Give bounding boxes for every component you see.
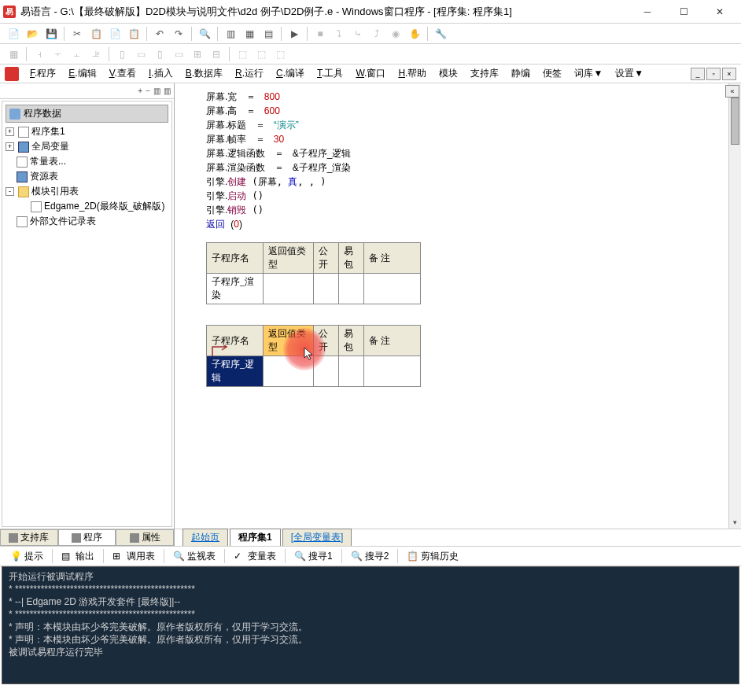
- mdi-close-button[interactable]: ×: [722, 68, 736, 80]
- menu-item-1[interactable]: E.编辑: [62, 65, 102, 82]
- menu-item-9[interactable]: H.帮助: [392, 65, 433, 82]
- editor-scrollbar[interactable]: ▴ ▾: [728, 83, 741, 529]
- stop-icon[interactable]: ■: [312, 25, 329, 42]
- left-tab-program[interactable]: 程序: [58, 529, 116, 546]
- paste-icon[interactable]: 📄: [106, 25, 124, 42]
- align3-icon[interactable]: ⫠: [68, 46, 86, 63]
- dist4-icon[interactable]: ▭: [170, 46, 187, 63]
- editor-overflow-button[interactable]: «: [725, 85, 739, 98]
- btn-cliphist[interactable]: 📋剪辑历史: [401, 547, 464, 566]
- menu-item-8[interactable]: W.窗口: [349, 65, 392, 82]
- dist5-icon[interactable]: ⊞: [189, 46, 206, 63]
- maximize-button[interactable]: ☐: [665, 1, 702, 23]
- run-icon[interactable]: ▶: [286, 25, 303, 42]
- size3-icon[interactable]: ⬚: [271, 46, 289, 63]
- menu-item-6[interactable]: C.编译: [270, 65, 311, 82]
- mdi-restore-button[interactable]: ▫: [706, 68, 721, 80]
- scroll-down-icon[interactable]: ▾: [729, 516, 741, 529]
- tree-node[interactable]: +程序集1: [6, 124, 168, 139]
- new-file-icon[interactable]: 📄: [5, 25, 22, 42]
- align1-icon[interactable]: ⫞: [31, 46, 48, 63]
- find-icon[interactable]: 🔍: [196, 25, 213, 42]
- menu-item-3[interactable]: I.插入: [142, 65, 179, 82]
- layout1-icon[interactable]: ▥: [222, 25, 239, 42]
- output-console[interactable]: 开始运行被调试程序* *****************************…: [2, 566, 739, 684]
- layout3-icon[interactable]: ▤: [260, 25, 277, 42]
- align4-icon[interactable]: ⫡: [87, 46, 105, 63]
- tree-node[interactable]: 外部文件记录表: [6, 214, 168, 229]
- left-tool-sheet-icon[interactable]: ▥: [153, 87, 160, 95]
- paste2-icon[interactable]: 📋: [125, 25, 142, 42]
- tree-node[interactable]: 资源表: [6, 169, 168, 184]
- table-row[interactable]: 子程序_渲染: [207, 274, 421, 304]
- menu-item-0[interactable]: F.程序: [24, 65, 62, 82]
- tree-node[interactable]: 常量表...: [6, 154, 168, 169]
- dist6-icon[interactable]: ⊟: [208, 46, 225, 63]
- left-tool-sheet2-icon[interactable]: ▥: [164, 87, 171, 95]
- menu-item-15[interactable]: 设置▼: [609, 65, 650, 82]
- size1-icon[interactable]: ⬚: [234, 46, 251, 63]
- code-line[interactable]: 引擎.启动 (): [206, 189, 735, 203]
- dist2-icon[interactable]: ▭: [132, 46, 149, 63]
- tool-icon[interactable]: 🔧: [432, 25, 449, 42]
- breakpoint-icon[interactable]: ◉: [387, 25, 404, 42]
- btn-search1[interactable]: 🔍搜寻1: [289, 547, 338, 566]
- step-out-icon[interactable]: ⤴: [368, 25, 385, 42]
- btn-calltable[interactable]: ⊞调用表: [107, 547, 160, 566]
- code-line[interactable]: 返回 (0): [206, 217, 735, 231]
- hand-icon[interactable]: ✋: [406, 25, 423, 42]
- size2-icon[interactable]: ⬚: [253, 46, 270, 63]
- dist3-icon[interactable]: ▯: [151, 46, 168, 63]
- tree-node[interactable]: Edgame_2D(最终版_破解版): [20, 199, 168, 214]
- table-row[interactable]: 子程序_逻辑: [207, 356, 421, 387]
- copy-icon[interactable]: 📋: [87, 25, 105, 42]
- code-line[interactable]: 屏幕.标题 ＝ “演示”: [206, 118, 735, 132]
- tab-globalvars[interactable]: [全局变量表]: [282, 529, 352, 546]
- menu-item-7[interactable]: T.工具: [311, 65, 349, 82]
- layout2-icon[interactable]: ▦: [241, 25, 258, 42]
- code-line[interactable]: 屏幕.渲染函数 ＝ &子程序_渲染: [206, 160, 735, 175]
- menu-item-12[interactable]: 静编: [505, 65, 536, 82]
- grid-icon[interactable]: ▦: [5, 46, 22, 63]
- open-file-icon[interactable]: 📂: [24, 25, 41, 42]
- expander-icon[interactable]: +: [6, 142, 14, 151]
- undo-icon[interactable]: ↶: [151, 25, 168, 42]
- tab-startpage[interactable]: 起始页: [182, 529, 228, 546]
- left-tool-plus-icon[interactable]: +: [138, 87, 142, 95]
- btn-search2[interactable]: 🔍搜寻2: [345, 547, 395, 566]
- menu-item-13[interactable]: 便签: [536, 65, 568, 82]
- align2-icon[interactable]: ⫟: [50, 46, 67, 63]
- tab-programset[interactable]: 程序集1: [230, 529, 281, 546]
- cut-icon[interactable]: ✂: [68, 25, 86, 42]
- redo-icon[interactable]: ↷: [170, 25, 187, 42]
- step-into-icon[interactable]: ⤷: [349, 25, 367, 42]
- mdi-minimize-button[interactable]: _: [691, 68, 705, 80]
- tree-node[interactable]: -模块引用表: [6, 184, 168, 199]
- project-tree[interactable]: 程序数据 +程序集1+全局变量常量表...资源表-模块引用表Edgame_2D(…: [2, 101, 172, 527]
- left-tool-minus-icon[interactable]: −: [146, 87, 150, 95]
- menu-item-2[interactable]: V.查看: [103, 65, 142, 82]
- save-icon[interactable]: 💾: [42, 25, 60, 42]
- left-tab-support[interactable]: 支持库: [0, 529, 58, 546]
- cell-subname[interactable]: 子程序_渲染: [207, 274, 264, 304]
- step-over-icon[interactable]: ⤵: [330, 25, 348, 42]
- code-line[interactable]: 引擎.销毁 (): [206, 203, 735, 217]
- code-line[interactable]: 屏幕.高 ＝ 600: [206, 104, 735, 118]
- close-button[interactable]: ✕: [702, 1, 738, 23]
- menu-item-5[interactable]: R.运行: [229, 65, 270, 82]
- code-line[interactable]: 屏幕.帧率 ＝ 30: [206, 132, 735, 146]
- btn-watch[interactable]: 🔍监视表: [168, 547, 221, 566]
- cell-subname[interactable]: 子程序_逻辑: [207, 356, 264, 387]
- code-editor[interactable]: 屏幕.宽 ＝ 800屏幕.高 ＝ 600屏幕.标题 ＝ “演示”屏幕.帧率 ＝ …: [175, 83, 741, 529]
- dist1-icon[interactable]: ▯: [113, 46, 131, 63]
- menu-item-11[interactable]: 支持库: [464, 65, 505, 82]
- menu-item-10[interactable]: 模块: [433, 65, 464, 82]
- code-line[interactable]: 屏幕.逻辑函数 ＝ &子程序_逻辑: [206, 146, 735, 160]
- tree-node[interactable]: +全局变量: [6, 139, 168, 154]
- btn-output[interactable]: ▤输出: [56, 547, 100, 566]
- left-tab-props[interactable]: 属性: [116, 529, 174, 546]
- scroll-thumb[interactable]: [731, 98, 739, 145]
- code-line[interactable]: 屏幕.宽 ＝ 800: [206, 90, 735, 104]
- menu-item-14[interactable]: 词库▼: [568, 65, 609, 82]
- menu-item-4[interactable]: B.数据库: [179, 65, 229, 82]
